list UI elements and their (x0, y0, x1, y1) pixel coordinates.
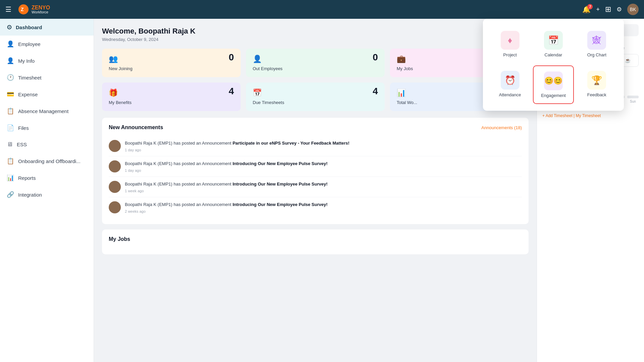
onboarding-icon: 📋 (7, 157, 14, 165)
logo-area: ☰ Z ZENYO Workforce (5, 4, 582, 15)
user-avatar[interactable]: BK (627, 4, 639, 15)
popup-item-project[interactable]: ♦ Project (490, 25, 530, 63)
ann-time-1: 1 day ago (125, 148, 349, 152)
logo-text: ZENYO Workforce (32, 5, 50, 14)
sidebar-label-integration: Integration (18, 192, 42, 198)
welcome-title: Welcome, Boopathi Raja K (102, 27, 529, 36)
engagement-icon: 😊😊 (544, 76, 562, 85)
attendance-label: Attendance (499, 92, 521, 97)
new-joining-label: New Joining (109, 66, 234, 71)
ann-avatar-3 (109, 181, 121, 193)
sidebar-item-onboarding[interactable]: 📋 Onboarding and Offboardi... (0, 153, 94, 169)
sidebar-item-absence[interactable]: 📋 Absence Management (0, 103, 94, 119)
stat-cards-row1: 👥 0 New Joining 👤 0 Out Employees 💼 My J… (102, 49, 529, 77)
sidebar-item-myinfo[interactable]: 👤 My Info (0, 52, 94, 69)
feedback-icon: 🏆 (591, 75, 602, 86)
sidebar-label-onboarding: Onboarding and Offboardi... (18, 158, 81, 164)
sidebar-label-reports: Reports (18, 175, 36, 181)
reports-icon: 📊 (7, 174, 14, 182)
sidebar-item-ess[interactable]: 🖥 ESS (0, 136, 94, 153)
sidebar-item-expense[interactable]: 💳 Expense (0, 86, 94, 103)
out-employees-value: 0 (373, 52, 378, 63)
ann-content-1: Boopathi Raja K (EMP1) has posted an Ann… (125, 140, 349, 152)
my-benefits-icon: 🎁 (109, 89, 118, 97)
integration-icon: 🔗 (7, 191, 14, 198)
announcements-link[interactable]: Announcements (18) (481, 125, 522, 130)
announcement-item-1: Boopathi Raja K (EMP1) has posted an Ann… (109, 136, 522, 156)
ann-avatar-1 (109, 140, 121, 152)
sidebar-item-integration[interactable]: 🔗 Integration (0, 186, 94, 203)
orgchart-icon: 🕸 (592, 35, 601, 46)
ann-time-2: 1 day ago (125, 168, 328, 172)
sidebar-label-expense: Expense (18, 92, 38, 97)
announcement-item-3: Boopathi Raja K (EMP1) has posted an Ann… (109, 177, 522, 197)
popup-item-orgchart[interactable]: 🕸 Org Chart (577, 25, 617, 63)
project-icon: ♦ (508, 35, 512, 46)
engagement-icon-wrap: 😊😊 (544, 71, 563, 90)
my-jobs-icon: 💼 (397, 55, 406, 63)
settings-icon[interactable]: ⚙ (616, 6, 622, 13)
sidebar-label-ess: ESS (17, 142, 27, 147)
ann-content-2: Boopathi Raja K (EMP1) has posted an Ann… (125, 160, 328, 172)
main-content: Welcome, Boopathi Raja K Wednesday, Octo… (94, 19, 537, 362)
announcements-title: New Announcements (109, 124, 163, 131)
apps-grid-icon[interactable]: ⊞ (605, 5, 611, 14)
files-icon: 📄 (7, 124, 14, 132)
due-timesheets-value: 4 (373, 86, 378, 97)
due-timesheets-icon: 📅 (253, 89, 262, 97)
add-timesheet-link[interactable]: + Add Timesheet (542, 113, 573, 118)
ess-icon: 🖥 (7, 141, 13, 148)
popup-item-feedback[interactable]: 🏆 Feedback (577, 65, 617, 104)
expense-icon: 💳 (7, 91, 14, 98)
ts-day-sun: Sun (630, 100, 636, 103)
svg-text:Z: Z (21, 7, 24, 12)
announcement-item-2: Boopathi Raja K (EMP1) has posted an Ann… (109, 156, 522, 177)
popup-item-attendance[interactable]: ⏰ Attendance (490, 65, 530, 104)
my-timesheet-link[interactable]: My Timesheet (576, 113, 601, 118)
logo-icon: Z (18, 4, 29, 15)
my-jobs-section: My Jobs (102, 229, 529, 254)
notifications-button[interactable]: 🔔 7 (582, 5, 591, 13)
timesheet-links[interactable]: + Add Timesheet | My Timesheet (542, 113, 639, 118)
total-work-icon: 📊 (397, 89, 406, 97)
topnav-actions: 🔔 7 + ⊞ ⚙ BK (582, 4, 639, 15)
card-my-benefits[interactable]: 🎁 4 My Benefits (102, 83, 241, 111)
tea-cup-icon: ☕ (625, 58, 631, 63)
myinfo-icon: 👤 (7, 57, 14, 64)
orgchart-icon-wrap: 🕸 (587, 31, 606, 50)
sidebar-item-dashboard[interactable]: ⊙ Dashboard (0, 19, 94, 36)
ann-avatar-2 (109, 160, 121, 172)
sidebar: ⊙ Dashboard 👤 Employee 👤 My Info 🕐 Times… (0, 19, 94, 362)
notification-badge: 7 (587, 4, 593, 9)
sidebar-label-absence: Absence Management (18, 108, 68, 114)
sidebar-item-files[interactable]: 📄 Files (0, 119, 94, 136)
sidebar-item-timesheet[interactable]: 🕐 Timesheet (0, 69, 94, 86)
out-employees-icon: 👤 (253, 55, 262, 63)
ann-content-4: Boopathi Raja K (EMP1) has posted an Ann… (125, 201, 328, 213)
add-button[interactable]: + (596, 6, 600, 13)
my-jobs-header: My Jobs (109, 236, 522, 242)
attendance-icon-wrap: ⏰ (501, 71, 519, 90)
apps-popup-menu: ♦ Project 📅 Calendar 🕸 Org Chart ⏰ Atten… (483, 19, 624, 111)
due-timesheets-label: Due Timesheets (253, 100, 378, 105)
ts-bar-val-sun (627, 96, 639, 98)
card-new-joining[interactable]: 👥 0 New Joining (102, 49, 241, 77)
new-joining-value: 0 (229, 52, 234, 63)
card-out-employees[interactable]: 👤 0 Out Employees (246, 49, 385, 77)
engagement-label: Engagement (541, 93, 566, 98)
card-due-timesheets[interactable]: 📅 4 Due Timesheets (246, 83, 385, 111)
top-navigation: ☰ Z ZENYO Workforce 🔔 7 + ⊞ ⚙ BK (0, 0, 644, 19)
my-jobs-title: My Jobs (109, 236, 130, 242)
ts-bar-sun: Sun (627, 96, 639, 103)
announcement-item-4: Boopathi Raja K (EMP1) has posted an Ann… (109, 197, 522, 217)
orgchart-label: Org Chart (587, 52, 606, 57)
popup-item-calendar[interactable]: 📅 Calendar (533, 25, 574, 63)
feedback-icon-wrap: 🏆 (587, 71, 606, 90)
sidebar-item-employee[interactable]: 👤 Employee (0, 36, 94, 52)
my-benefits-value: 4 (229, 86, 234, 97)
sidebar-item-reports[interactable]: 📊 Reports (0, 169, 94, 186)
ann-text-1: Boopathi Raja K (EMP1) has posted an Ann… (125, 140, 349, 147)
popup-item-engagement[interactable]: 😊😊 Engagement (533, 65, 574, 104)
calendar-icon: 📅 (548, 35, 559, 46)
hamburger-menu-icon[interactable]: ☰ (5, 5, 11, 13)
